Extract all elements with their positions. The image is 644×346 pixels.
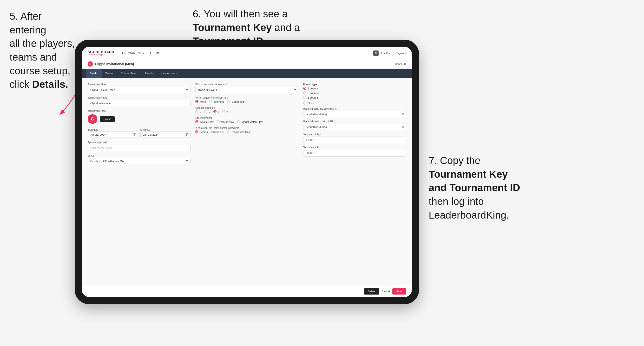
scoring-medal-label: Medal Match Play: [242, 121, 262, 123]
individuals-option[interactable]: Individuals Only: [227, 130, 251, 134]
rounds-1-radio[interactable]: [195, 110, 198, 113]
form-col-2: Which division is the event for? NCAA Di…: [195, 83, 298, 164]
gender-mens-option[interactable]: Mens: [195, 100, 206, 103]
delete-button[interactable]: Delete: [364, 288, 379, 295]
rounds-4-option[interactable]: 4: [222, 110, 228, 113]
date-group: Start date 📅 End date 📅: [88, 127, 190, 138]
format-radio-group: 5 count 4 6 count 4 6 count 5: [303, 87, 406, 99]
gender-label: Which gender is the event for?: [195, 96, 298, 99]
scoring-medal-option[interactable]: Medal Match Play: [237, 120, 262, 123]
tournament-host-select[interactable]: Clippd College - Men: [88, 87, 190, 93]
rounds-1-option[interactable]: 1: [195, 110, 201, 113]
venue-select[interactable]: Peachtree GC - Atlanta - GA: [88, 158, 190, 164]
tab-leaderboards[interactable]: Leaderboards: [158, 69, 182, 78]
individuals-label: Individuals Only: [232, 131, 251, 134]
brand-name: SCOREBOARD: [88, 50, 114, 54]
tab-details[interactable]: Details: [86, 69, 102, 78]
scoring-stroke-radio[interactable]: [195, 120, 198, 123]
end-date-label: End date: [140, 128, 150, 131]
scoring-radio-group: Stroke Play Match Play Medal Match Play: [195, 120, 298, 123]
logo-upload-row: C Upload: [88, 114, 190, 124]
rounds-group: Number of rounds 1 2 3: [195, 107, 298, 113]
format-6count5-option[interactable]: 6 count 5: [303, 96, 406, 99]
rounds-3-option[interactable]: 3: [214, 110, 220, 113]
page-title-row: C Clippd Invitational (Men): [88, 61, 134, 67]
gender-womens-option[interactable]: Womens: [209, 100, 224, 103]
format-6count4-option[interactable]: 6 count 4: [303, 91, 406, 95]
end-date-input[interactable]: [140, 132, 191, 138]
format-5count4-label: 5 count 4: [308, 87, 319, 90]
api1-group: Use third-party live scoring API? ✕: [303, 108, 406, 117]
api2-input[interactable]: [303, 124, 406, 130]
gender-womens-radio[interactable]: [209, 100, 212, 103]
tab-course-setup[interactable]: Course Setup: [117, 69, 141, 78]
format-6count5-radio[interactable]: [303, 96, 306, 99]
rounds-2-radio[interactable]: [204, 110, 207, 113]
end-calendar-icon: 📅: [185, 133, 188, 136]
gender-mens-label: Mens: [200, 100, 206, 103]
save-button[interactable]: Save: [392, 288, 406, 295]
cancel-button[interactable]: Cancel: [382, 290, 390, 293]
venue-group: Venue Peachtree GC - Atlanta - GA: [88, 154, 190, 164]
scoring-match-radio[interactable]: [216, 120, 220, 123]
format-6count5-label: 6 count 5: [308, 96, 319, 99]
scoring-match-option[interactable]: Match Play: [216, 120, 234, 123]
individuals-radio[interactable]: [227, 130, 230, 134]
format-other-option[interactable]: Other: [303, 101, 406, 105]
sponsor-label: Sponsor (optional): [88, 141, 190, 144]
cancel-x-button[interactable]: Cancel ✕: [395, 62, 406, 66]
division-select[interactable]: NCAA Division III: [195, 87, 298, 93]
api1-label: Use third-party live scoring API?: [303, 108, 406, 110]
gender-combined-option[interactable]: Combined: [227, 100, 244, 103]
rounds-2-label: 2: [209, 110, 210, 113]
form-footer: Delete Cancel Save: [82, 286, 412, 297]
user-name: Test User: [380, 52, 392, 55]
rounds-2-option[interactable]: 2: [204, 110, 210, 113]
tournament-name-group: Tournament name: [88, 96, 190, 106]
scoring-medal-radio[interactable]: [237, 120, 240, 123]
teams-plus-option[interactable]: Teams (+Individuals): [195, 130, 224, 134]
gender-radio-group: Mens Womens Combined: [195, 100, 298, 103]
gender-combined-radio[interactable]: [227, 100, 230, 103]
sign-out-link[interactable]: Sign out: [396, 52, 406, 55]
teams-plus-radio[interactable]: [195, 130, 198, 134]
format-other-radio[interactable]: [303, 101, 306, 105]
rounds-label: Number of rounds: [195, 107, 298, 109]
start-date-input[interactable]: [88, 132, 138, 138]
nav-links: TOURNAMENTS TEAMS: [120, 51, 373, 55]
annotation-left: 5. After entering all the players, teams…: [10, 10, 77, 91]
format-6count4-label: 6 count 4: [308, 92, 319, 95]
nav-tournaments[interactable]: TOURNAMENTS: [120, 51, 144, 55]
tournament-name-input[interactable]: [88, 100, 190, 106]
api2-clear-icon[interactable]: ✕: [402, 125, 404, 129]
format-5count4-radio[interactable]: [303, 87, 306, 90]
main-content: Tournament Host Clippd College - Men Tou…: [82, 78, 412, 286]
api2-group: Use third-party scoring API? ✕: [303, 120, 406, 130]
format-other-label: Other: [308, 102, 314, 105]
page-title: Clippd Invitational (Men): [95, 62, 134, 66]
tournament-host-label: Tournament Host: [88, 83, 190, 86]
gender-mens-radio[interactable]: [195, 100, 198, 103]
scoring-stroke-label: Stroke Play: [200, 121, 214, 123]
nav-teams[interactable]: TEAMS: [150, 51, 160, 55]
form-col-3: Format type 5 count 4 6 count 4 6 cou: [303, 83, 406, 164]
teams-group: Is this event for Teams and/or Individua…: [195, 127, 298, 134]
api1-input[interactable]: [303, 111, 406, 117]
format-label: Format type: [303, 83, 406, 86]
annotation-bottom-right: 7. Copy the Tournament Key and Tournamen…: [429, 154, 549, 222]
rounds-3-radio[interactable]: [214, 110, 216, 113]
gender-group: Which gender is the event for? Mens Wome…: [195, 96, 298, 103]
api1-clear-icon[interactable]: ✕: [402, 113, 404, 116]
tab-teams[interactable]: Teams: [102, 69, 117, 78]
rounds-radio-group: 1 2 3 4: [195, 110, 298, 113]
tab-results[interactable]: Results: [141, 69, 158, 78]
format-5count4-option[interactable]: 5 count 4: [303, 87, 406, 90]
nav-right: SI Test User | Sign out: [373, 50, 406, 56]
rounds-4-radio[interactable]: [222, 110, 226, 113]
upload-button[interactable]: Upload: [100, 116, 115, 122]
sponsor-input[interactable]: [88, 145, 190, 151]
format-6count4-radio[interactable]: [303, 91, 306, 95]
scoring-stroke-option[interactable]: Stroke Play: [195, 120, 214, 123]
app-navbar: SCOREBOARD Powered by clippd TOURNAMENTS…: [82, 47, 412, 59]
start-date-wrap: 📅: [88, 132, 138, 138]
